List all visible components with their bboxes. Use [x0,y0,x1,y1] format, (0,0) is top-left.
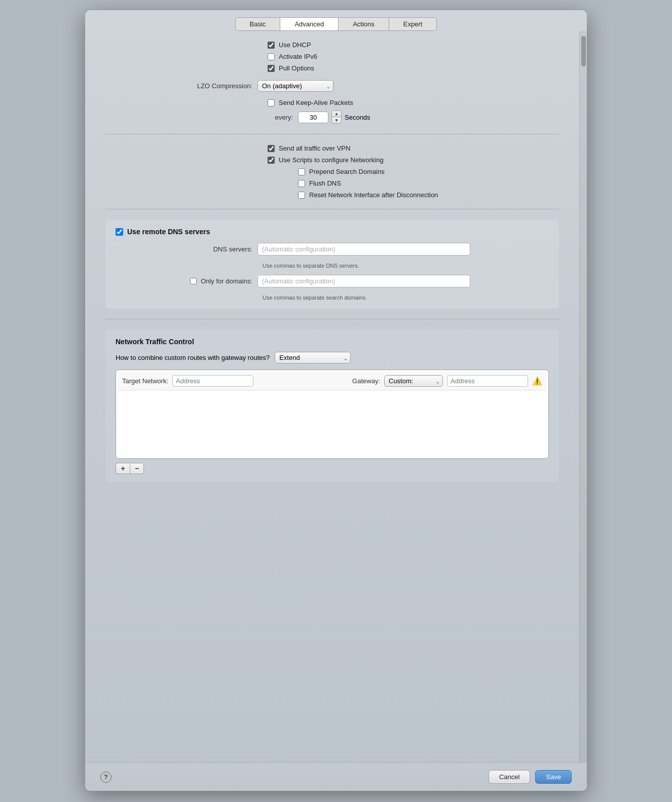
remove-route-button[interactable]: − [130,463,144,474]
reset-network-checkbox[interactable] [298,192,305,199]
lzo-label: LZO Compression: [105,82,257,90]
ntc-extend-dropdown-wrap: Extend Ignore Prepend Append [275,352,351,363]
pull-options-row: Pull Options [105,64,559,72]
divider-2 [105,209,559,209]
send-keepalive-label: Send Keep-Alive Packets [279,99,353,106]
keepalive-interval-row: every: ▲ ▼ Seconds [268,111,559,124]
divider-1 [105,134,559,134]
only-for-domains-input-wrap [257,275,470,287]
dns-servers-hint: Use commas to separate DNS servers. [105,263,559,269]
dns-servers-input-wrap [257,243,470,256]
dns-servers-row: DNS servers: [105,243,559,256]
settings-window: Basic Advanced Actions Expert Use DHCP A… [85,10,587,791]
gateway-label: Gateway: [352,377,380,385]
send-keepalive-checkbox[interactable] [268,99,275,106]
add-route-button[interactable]: + [116,463,130,474]
stepper-down-button[interactable]: ▼ [332,117,341,123]
activate-ipv6-row: Activate IPv6 [105,53,559,60]
ntc-table: Target Network: Gateway: Custom: VPN Gat… [116,370,549,459]
ntc-question-label: How to combine custom routes with gatewa… [116,354,270,361]
prepend-search-label: Prepend Search Domains [309,168,385,175]
send-all-traffic-row: Send all traffic over VPN [105,144,559,152]
activate-ipv6-label: Activate IPv6 [279,53,317,60]
use-remote-dns-row: Use remote DNS servers [105,228,559,236]
window-inner: Use DHCP Activate IPv6 Pull Options LZO … [85,31,587,762]
tab-group: Basic Advanced Actions Expert [235,17,437,31]
send-all-traffic-checkbox[interactable] [268,145,275,152]
flush-dns-label: Flush DNS [309,179,341,187]
ntc-table-header: Target Network: Gateway: Custom: VPN Gat… [118,372,546,390]
use-scripts-label: Use Scripts to configure Networking [279,156,384,164]
stepper-wrap: ▲ ▼ Seconds [298,111,370,124]
reset-network-label: Reset Network Interface after Disconnect… [309,191,438,199]
target-network-input[interactable] [172,375,253,387]
pull-options-label: Pull Options [279,64,314,72]
tab-expert[interactable]: Expert [389,18,437,30]
ntc-heading: Network Traffic Control [116,338,549,346]
ntc-combine-row: How to combine custom routes with gatewa… [116,352,549,363]
only-for-domains-checkbox[interactable] [190,278,197,284]
save-button[interactable]: Save [535,770,572,784]
stepper-up-button[interactable]: ▲ [332,111,341,117]
only-for-domains-input[interactable] [257,275,470,287]
only-for-domains-section: Only for domains: Use commas to separate… [105,275,559,301]
lzo-compression-row: LZO Compression: Off On On (adaptive) De… [105,80,559,92]
only-for-domains-row: Only for domains: [105,275,559,287]
lzo-dropdown-wrap: Off On On (adaptive) Default [257,80,333,92]
ntc-extend-dropdown[interactable]: Extend Ignore Prepend Append [275,352,351,363]
warning-icon: ⚠️ [532,376,542,386]
use-remote-dns-label: Use remote DNS servers [127,228,210,236]
only-for-domains-label: Only for domains: [201,277,252,285]
divider-3 [105,319,559,319]
scrollbar-track [579,31,587,762]
keepalive-section: Send Keep-Alive Packets every: ▲ ▼ Secon… [105,99,559,124]
help-button[interactable]: ? [100,772,111,783]
only-for-domains-label-wrap: Only for domains: [105,277,257,285]
bottom-bar: ? Cancel Save [85,762,587,791]
network-traffic-control-section: Network Traffic Control How to combine c… [105,330,559,482]
gateway-dropdown-wrap: Custom: VPN Gateway None [384,375,443,387]
only-for-domains-hint: Use commas to separate search domains. [105,295,559,301]
tab-actions[interactable]: Actions [339,18,389,30]
dns-section: Use remote DNS servers DNS servers: Use … [105,220,559,309]
bottom-buttons: Cancel Save [489,770,572,784]
flush-dns-checkbox[interactable] [298,180,305,187]
lzo-dropdown[interactable]: Off On On (adaptive) Default [257,80,333,92]
tab-basic[interactable]: Basic [236,18,281,30]
tab-advanced[interactable]: Advanced [280,18,339,30]
use-dhcp-label: Use DHCP [279,41,311,49]
use-dhcp-checkbox[interactable] [268,42,275,49]
stepper-btn-group: ▲ ▼ [331,111,342,124]
every-label: every: [268,114,298,121]
prepend-search-checkbox[interactable] [298,168,305,175]
send-all-traffic-label: Send all traffic over VPN [279,144,350,152]
content-area: Use DHCP Activate IPv6 Pull Options LZO … [85,31,579,762]
flush-dns-row: Flush DNS [105,179,559,187]
scrollbar-thumb[interactable] [581,36,586,66]
use-remote-dns-checkbox[interactable] [116,228,123,236]
use-scripts-checkbox[interactable] [268,157,275,164]
cancel-button[interactable]: Cancel [489,770,530,784]
dns-servers-input[interactable] [257,243,470,256]
target-network-label: Target Network: [122,377,168,385]
gateway-dropdown[interactable]: Custom: VPN Gateway None [384,375,443,387]
add-remove-row: + − [116,463,549,474]
traffic-scripts-section: Send all traffic over VPN Use Scripts to… [105,144,559,199]
top-checkboxes-section: Use DHCP Activate IPv6 Pull Options [105,41,559,72]
reset-network-row: Reset Network Interface after Disconnect… [105,191,559,199]
ntc-table-body [118,390,546,456]
use-dhcp-row: Use DHCP [105,41,559,49]
use-scripts-row: Use Scripts to configure Networking [105,156,559,164]
prepend-search-row: Prepend Search Domains [105,168,559,175]
tab-bar: Basic Advanced Actions Expert [85,10,587,31]
send-keepalive-row: Send Keep-Alive Packets [268,99,559,106]
gateway-address-input[interactable] [447,375,528,387]
activate-ipv6-checkbox[interactable] [268,53,275,60]
pull-options-checkbox[interactable] [268,65,275,72]
seconds-label: Seconds [345,114,370,121]
dns-servers-label: DNS servers: [105,245,257,253]
keepalive-input[interactable] [298,112,328,123]
